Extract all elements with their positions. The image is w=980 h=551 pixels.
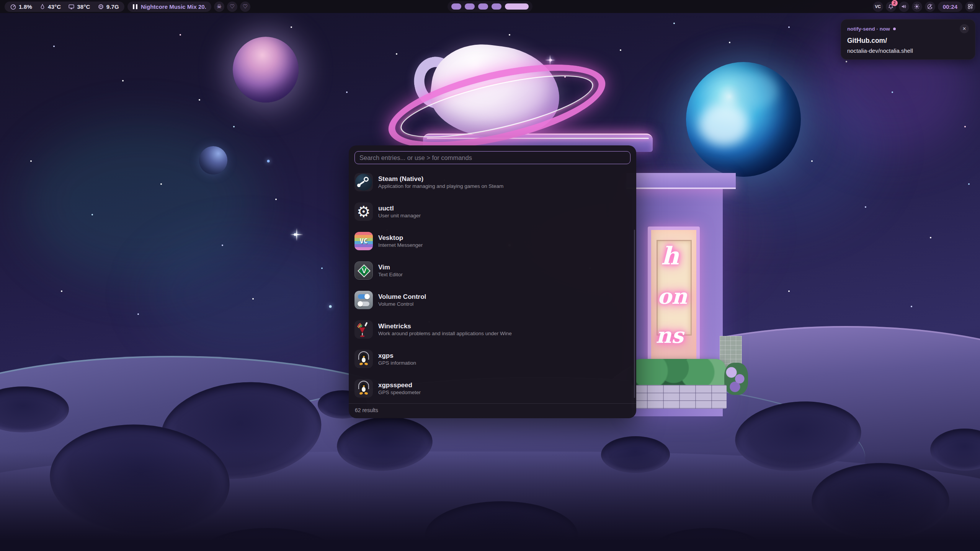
app-description: Work around problems and install applica… xyxy=(378,331,512,336)
nebula-teal xyxy=(23,122,260,283)
notifications-button[interactable]: 2 xyxy=(886,2,896,12)
media-title: Nightcore Music Mix 20... xyxy=(141,3,206,10)
moon-slash-icon xyxy=(927,3,933,10)
purple-planet xyxy=(233,37,299,103)
launcher-item-vesktop[interactable]: VC Vesktop Internet Messenger xyxy=(354,232,626,250)
gear-icon: ⚙ xyxy=(354,202,373,221)
notification-count-badge: 2 xyxy=(892,0,898,6)
app-description: GPS speedometer xyxy=(378,390,421,395)
app-name: Winetricks xyxy=(378,323,512,329)
launcher-item-uuctl[interactable]: ⚙ uuctl User unit manager xyxy=(354,202,626,221)
launcher-item-steam[interactable]: Steam (Native) Application for managing … xyxy=(354,173,626,191)
chip-icon xyxy=(98,3,104,10)
unread-dot xyxy=(893,28,896,30)
sun-icon xyxy=(914,3,920,10)
skull-icon: ☠ xyxy=(217,4,222,10)
workspace-pill[interactable] xyxy=(478,3,488,10)
cpu-temperature-value: 43°C xyxy=(48,3,61,10)
heart-icon: ♡ xyxy=(230,4,235,10)
notification-toast[interactable]: notify-send · now ✕ GitHub.com/ noctalia… xyxy=(841,19,975,60)
app-name: Vesktop xyxy=(378,235,423,241)
winetricks-icon xyxy=(354,320,373,339)
app-description: GPS information xyxy=(378,360,416,366)
cpu-temperature: 43°C xyxy=(39,3,61,10)
building-roof xyxy=(626,173,736,189)
heart-toggle-button[interactable]: ♡ xyxy=(240,2,250,12)
footer-divider xyxy=(349,403,636,404)
earth-planet xyxy=(686,62,801,177)
hedge-plants xyxy=(631,359,726,389)
clock-time: 00:24 xyxy=(943,3,957,10)
app-description: Text Editor xyxy=(378,272,403,277)
gauge-icon xyxy=(10,3,16,10)
heart-icon: ♡ xyxy=(243,4,248,10)
memory-usage-value: 9.7G xyxy=(106,3,119,10)
app-launcher-panel: Steam (Native) Application for managing … xyxy=(349,145,636,418)
workspace-pill[interactable] xyxy=(465,3,475,10)
media-player-widget[interactable]: Nightcore Music Mix 20... xyxy=(127,2,211,12)
workspace-pill[interactable] xyxy=(492,3,501,10)
speaker-icon xyxy=(901,3,907,10)
cpu-usage: 1.8% xyxy=(10,3,32,10)
workspace-pill[interactable] xyxy=(451,3,461,10)
vesktop-icon: VC xyxy=(354,232,373,250)
workspace-pill-active[interactable] xyxy=(505,3,529,10)
app-name: Vim xyxy=(378,264,403,271)
launcher-item-vim[interactable]: V Vim Text Editor xyxy=(354,261,626,280)
gpu-temperature: 38°C xyxy=(68,3,90,10)
app-description: Application for managing and playing gam… xyxy=(378,184,503,189)
app-name: Volume Control xyxy=(378,293,426,300)
neon-letter: ns xyxy=(656,323,683,348)
flower-bush xyxy=(724,363,748,395)
vesktop-tray-button[interactable]: VC xyxy=(873,2,883,12)
building-window: h on ns xyxy=(648,227,700,369)
brightness-button[interactable] xyxy=(912,2,922,12)
top-bar-right: VC 2 00:24 xyxy=(870,2,975,12)
pause-icon xyxy=(133,4,137,9)
app-name: xgps xyxy=(378,352,416,359)
heart-toggle-button[interactable]: ♡ xyxy=(227,2,237,12)
app-description: User unit manager xyxy=(378,213,421,218)
neon-letter: on xyxy=(657,284,687,309)
nebula-cyan xyxy=(145,237,345,352)
memory-usage: 9.7G xyxy=(98,3,119,10)
notification-body: noctalia-dev/noctalia.shell xyxy=(847,47,969,54)
app-name: uuctl xyxy=(378,205,421,212)
launcher-item-xgps[interactable]: xgps GPS information xyxy=(354,350,626,368)
volume-control-icon xyxy=(354,291,373,309)
tux-gps-icon xyxy=(354,350,373,368)
bottom-vignette xyxy=(0,452,980,551)
volume-button[interactable] xyxy=(899,2,909,12)
top-bar: 1.8% 43°C 38°C 9.7G Nightcore Music Mix … xyxy=(0,0,980,13)
app-dashboard-button[interactable] xyxy=(965,2,975,12)
workspace-indicator[interactable] xyxy=(448,1,532,12)
system-stats-widget[interactable]: 1.8% 43°C 38°C 9.7G xyxy=(5,2,124,12)
notification-header: notify-send · now ✕ xyxy=(847,24,969,33)
close-icon[interactable]: ✕ xyxy=(960,24,969,33)
display-icon xyxy=(68,3,75,10)
night-light-button[interactable] xyxy=(925,2,935,12)
app-name: Steam (Native) xyxy=(378,176,503,182)
gpu-temperature-value: 38°C xyxy=(77,3,90,10)
neon-letter: h xyxy=(661,241,679,270)
notification-title: GitHub.com/ xyxy=(847,37,969,45)
app-description: Volume Control xyxy=(378,302,426,307)
steam-icon xyxy=(354,173,373,191)
skull-toggle-button[interactable]: ☠ xyxy=(214,2,224,12)
app-name: xgpsspeed xyxy=(378,382,421,388)
grid-plus-icon xyxy=(967,3,973,10)
vesktop-tray-icon: VC xyxy=(875,5,880,9)
tux-gps-icon xyxy=(354,379,373,398)
notification-meta: notify-send · now xyxy=(847,26,890,32)
launcher-item-volume-control[interactable]: Volume Control Volume Control xyxy=(354,291,626,309)
vim-icon: V xyxy=(354,261,373,280)
scrollbar[interactable] xyxy=(634,230,635,398)
launcher-item-winetricks[interactable]: Winetricks Work around problems and inst… xyxy=(354,320,626,339)
flame-icon xyxy=(39,3,46,10)
small-planet xyxy=(199,146,227,174)
launcher-search-input[interactable] xyxy=(354,151,630,164)
planter-box xyxy=(631,385,727,409)
clock-widget[interactable]: 00:24 xyxy=(938,2,962,12)
desktop: h on ns 1.8% 43 xyxy=(0,0,980,551)
launcher-item-xgpsspeed[interactable]: xgpsspeed GPS speedometer xyxy=(354,379,626,398)
